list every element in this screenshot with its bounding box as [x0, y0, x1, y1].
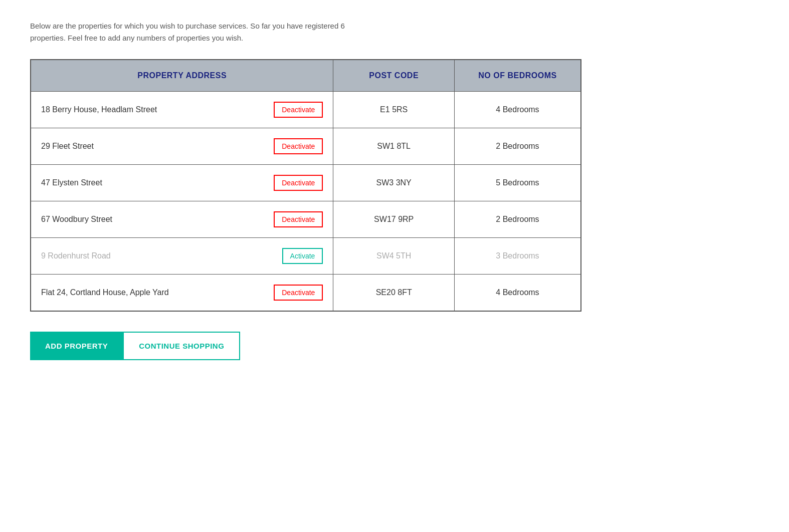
deactivate-button[interactable]: Deactivate	[274, 102, 323, 118]
address-text: 67 Woodbury Street	[41, 215, 112, 224]
table-row: 9 Rodenhurst RoadActivateSW4 5TH3 Bedroo…	[31, 238, 581, 275]
deactivate-button[interactable]: Deactivate	[274, 138, 323, 154]
postcode-cell: SW4 5TH	[333, 238, 455, 275]
continue-shopping-button[interactable]: CONTINUE SHOPPING	[123, 332, 240, 360]
bedrooms-cell: 2 Bedrooms	[454, 201, 581, 238]
bedrooms-cell: 5 Bedrooms	[454, 165, 581, 201]
address-cell: 67 Woodbury StreetDeactivate	[31, 201, 333, 238]
bedrooms-cell: 3 Bedrooms	[454, 238, 581, 275]
address-text: 29 Fleet Street	[41, 142, 94, 151]
header-postcode: POST CODE	[333, 60, 455, 92]
deactivate-button[interactable]: Deactivate	[274, 211, 323, 227]
postcode-cell: SW3 3NY	[333, 165, 455, 201]
address-text: Flat 24, Cortland House, Apple Yard	[41, 288, 169, 297]
table-row: 47 Elysten StreetDeactivateSW3 3NY5 Bedr…	[31, 165, 581, 201]
address-text: 47 Elysten Street	[41, 178, 102, 187]
header-address: PROPERTY ADDRESS	[31, 60, 333, 92]
header-bedrooms: NO OF BEDROOMS	[454, 60, 581, 92]
deactivate-button[interactable]: Deactivate	[274, 175, 323, 191]
postcode-cell: SE20 8FT	[333, 275, 455, 312]
bedrooms-cell: 4 Bedrooms	[454, 275, 581, 312]
deactivate-button[interactable]: Deactivate	[274, 285, 323, 301]
address-cell: 18 Berry House, Headlam StreetDeactivate	[31, 92, 333, 128]
postcode-cell: SW1 8TL	[333, 128, 455, 165]
bedrooms-cell: 2 Bedrooms	[454, 128, 581, 165]
address-cell: 47 Elysten StreetDeactivate	[31, 165, 333, 201]
address-text: 9 Rodenhurst Road	[41, 251, 111, 260]
address-cell: Flat 24, Cortland House, Apple YardDeact…	[31, 275, 333, 312]
address-text: 18 Berry House, Headlam Street	[41, 105, 157, 114]
description-text: Below are the properties for which you w…	[30, 20, 481, 44]
address-cell: 9 Rodenhurst RoadActivate	[31, 238, 333, 275]
footer-buttons: ADD PROPERTY CONTINUE SHOPPING	[30, 332, 331, 360]
table-row: 67 Woodbury StreetDeactivateSW17 9RP2 Be…	[31, 201, 581, 238]
table-row: Flat 24, Cortland House, Apple YardDeact…	[31, 275, 581, 312]
address-cell: 29 Fleet StreetDeactivate	[31, 128, 333, 165]
table-row: 18 Berry House, Headlam StreetDeactivate…	[31, 92, 581, 128]
activate-button[interactable]: Activate	[282, 248, 323, 264]
property-table: PROPERTY ADDRESS POST CODE NO OF BEDROOM…	[30, 59, 581, 312]
add-property-button[interactable]: ADD PROPERTY	[30, 332, 123, 360]
postcode-cell: E1 5RS	[333, 92, 455, 128]
bedrooms-cell: 4 Bedrooms	[454, 92, 581, 128]
table-row: 29 Fleet StreetDeactivateSW1 8TL2 Bedroo…	[31, 128, 581, 165]
postcode-cell: SW17 9RP	[333, 201, 455, 238]
